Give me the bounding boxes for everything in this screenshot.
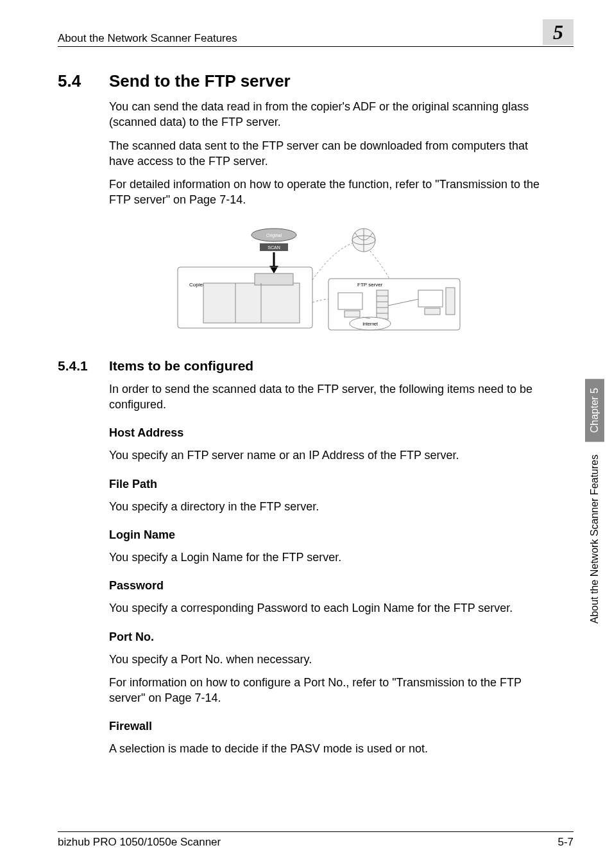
svg-line-25 [388, 299, 418, 306]
svg-rect-18 [338, 293, 362, 309]
item-heading: Firewall [109, 720, 574, 733]
footer-left: bizhub PRO 1050/1050e Scanner [58, 836, 221, 849]
item-text: You specify a Login Name for the FTP ser… [109, 550, 552, 565]
item-text: You specify a directory in the FTP serve… [109, 499, 552, 514]
page-footer: bizhub PRO 1050/1050e Scanner 5-7 [58, 831, 574, 849]
page-header: About the Network Scanner Features 5 [58, 19, 574, 47]
subsection-heading: 5.4.1 Items to be configured [58, 358, 574, 374]
diagram-ftp-label: FTP server [357, 282, 383, 288]
subsection-title: Items to be configured [109, 358, 253, 374]
svg-rect-19 [344, 311, 360, 317]
section-paragraph: For detailed information on how to opera… [109, 177, 552, 208]
side-tab-chapter: Chapter 5 [585, 379, 604, 442]
svg-rect-21 [425, 308, 440, 315]
chapter-number-box: 5 [543, 19, 574, 45]
svg-rect-22 [446, 288, 455, 315]
svg-rect-20 [418, 290, 443, 307]
diagram-scan-label: SCAN [268, 245, 280, 250]
item-heading: Port No. [109, 630, 574, 644]
item-heading: Login Name [109, 528, 574, 542]
svg-rect-5 [203, 283, 300, 323]
item-heading: Host Address [109, 426, 574, 440]
footer-right: 5-7 [557, 836, 574, 849]
side-tab: Chapter 5 About the Network Scanner Feat… [585, 379, 604, 633]
ftp-diagram: Original SCAN Copier FTP ser [165, 222, 466, 340]
subsection-number: 5.4.1 [58, 358, 109, 374]
header-section-title: About the Network Scanner Features [58, 32, 237, 45]
item-text: For information on how to configure a Po… [109, 675, 552, 706]
item-text: You specify an FTP server name or an IP … [109, 447, 552, 463]
diagram-internet-label: Internet [362, 322, 378, 326]
item-heading: Password [109, 579, 574, 593]
svg-rect-6 [255, 273, 293, 285]
section-title: Send to the FTP server [109, 71, 574, 91]
item-text: A selection is made to decide if the PAS… [109, 741, 552, 756]
svg-rect-13 [377, 290, 388, 319]
subsection-intro: In order to send the scanned data to the… [109, 381, 552, 413]
diagram-original-label: Original [266, 233, 282, 238]
item-heading: File Path [109, 478, 574, 491]
section-heading: 5.4 Send to the FTP server [58, 71, 574, 91]
item-text: You specify a corresponding Password to … [109, 600, 552, 616]
section-paragraph: You can send the data read in from the c… [109, 99, 552, 130]
diagram-copier-label: Copier [189, 282, 205, 288]
side-tab-label: About the Network Scanner Features [589, 446, 600, 632]
section-paragraph: The scanned data sent to the FTP server … [109, 138, 552, 169]
section-number: 5.4 [58, 71, 109, 91]
item-text: You specify a Port No. when necessary. [109, 652, 552, 667]
